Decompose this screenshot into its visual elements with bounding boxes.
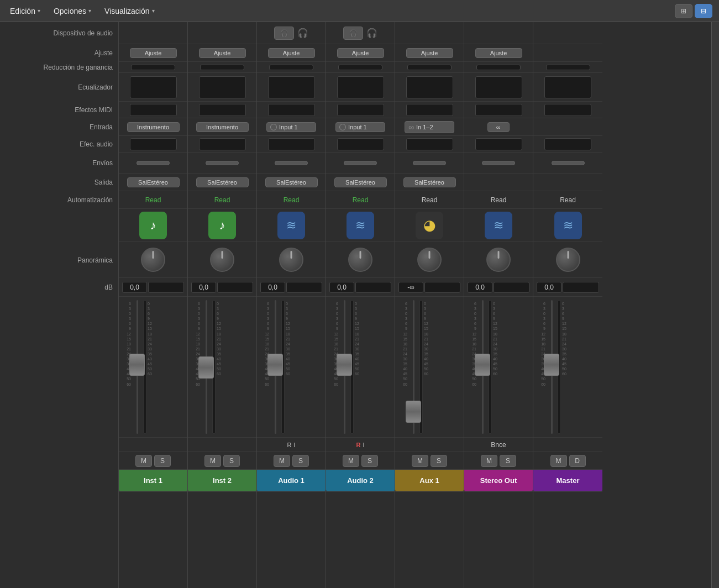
eq-box-audio1[interactable] <box>268 76 315 98</box>
entrada-button-inst1[interactable]: Instrumento <box>127 122 180 132</box>
ajuste-button-audio2[interactable]: Ajuste <box>337 48 384 58</box>
envios-slider-audio2[interactable] <box>344 161 377 165</box>
efec-audio-box-inst2[interactable] <box>199 138 246 150</box>
fader-handle-inst1[interactable] <box>129 354 145 376</box>
entrada-button-audio1[interactable]: Input 1 <box>266 122 316 132</box>
btn-m-audio1[interactable]: M <box>274 455 290 467</box>
right-scrollbar[interactable] <box>711 22 719 588</box>
automation-button-audio1[interactable]: Read <box>284 196 300 204</box>
btn-m-inst1[interactable]: M <box>135 455 152 467</box>
channel-icon-inst2[interactable]: ♪ <box>208 212 236 239</box>
db-value-audio2[interactable]: 0,0 <box>329 282 354 293</box>
efectos-midi-box-master[interactable] <box>544 104 591 116</box>
salida-button-inst1[interactable]: SalEstéreo <box>127 177 180 187</box>
eq-box-inst2[interactable] <box>199 76 246 98</box>
entrada-button-inst2[interactable]: Instrumento <box>196 122 249 132</box>
eq-box-audio2[interactable] <box>337 76 384 98</box>
channel-name-aux1[interactable]: Aux 1 <box>395 470 464 491</box>
envios-slider-stereoout[interactable] <box>482 161 515 165</box>
btn-s-stereoout[interactable]: S <box>500 455 516 467</box>
db-value-stereoout[interactable]: 0,0 <box>468 282 492 293</box>
efectos-midi-box-aux1[interactable] <box>406 104 453 116</box>
channel-icon-inst1[interactable]: ♪ <box>139 212 167 239</box>
envios-slider-aux1[interactable] <box>413 161 446 165</box>
entrada-button-stereoout[interactable]: ∞ <box>487 122 510 132</box>
entrada-button-audio2[interactable]: Input 1 <box>335 122 385 132</box>
pan-knob-inst1[interactable] <box>141 248 165 272</box>
automation-button-audio2[interactable]: Read <box>353 196 369 204</box>
menu-opciones[interactable]: Opciones ▾ <box>48 4 97 18</box>
salida-button-audio2[interactable]: SalEstéreo <box>334 177 387 187</box>
efec-audio-box-inst1[interactable] <box>130 138 177 150</box>
pan-knob-stereoout[interactable] <box>486 248 511 272</box>
channel-icon-stereoout[interactable]: ≋ <box>485 212 512 239</box>
efectos-midi-box-stereoout[interactable] <box>475 104 522 116</box>
fader-handle-stereoout[interactable] <box>475 354 490 376</box>
pan-knob-audio2[interactable] <box>348 248 372 272</box>
channel-icon-audio2[interactable]: ≋ <box>347 212 374 239</box>
db-value-inst1[interactable]: 0,0 <box>122 282 147 293</box>
btn-m-master[interactable]: M <box>550 455 567 467</box>
automation-button-inst1[interactable]: Read <box>145 196 161 204</box>
split-view-button[interactable]: ⊟ <box>695 4 712 18</box>
fader-handle-inst2[interactable] <box>198 356 214 379</box>
automation-button-inst2[interactable]: Read <box>214 196 230 204</box>
channel-name-inst2[interactable]: Inst 2 <box>188 470 256 491</box>
ajuste-button-stereoout[interactable]: Ajuste <box>475 48 522 58</box>
db-value-master[interactable]: 0,0 <box>537 282 561 293</box>
menu-edicion[interactable]: Edición ▾ <box>4 4 46 18</box>
channel-icon-aux1[interactable]: ◕ <box>416 212 443 239</box>
channel-name-audio2[interactable]: Audio 2 <box>326 470 395 491</box>
efec-audio-box-master[interactable] <box>544 138 591 150</box>
grid-view-button[interactable]: ⊞ <box>675 4 692 18</box>
btn-d-master[interactable]: D <box>569 455 586 467</box>
fader-track-audio1[interactable] <box>270 300 280 434</box>
envios-slider-inst1[interactable] <box>137 161 170 165</box>
entrada-button-aux1[interactable]: ∞In 1–2 <box>405 121 454 133</box>
fader-track-inst1[interactable] <box>132 300 142 434</box>
automation-button-stereoout[interactable]: Read <box>491 196 507 204</box>
ajuste-button-aux1[interactable]: Ajuste <box>406 48 453 58</box>
pan-knob-aux1[interactable] <box>417 248 442 272</box>
fader-handle-aux1[interactable] <box>406 401 421 423</box>
automation-button-aux1[interactable]: Read <box>422 196 438 204</box>
envios-slider-inst2[interactable] <box>206 161 239 165</box>
ajuste-button-audio1[interactable]: Ajuste <box>268 48 315 58</box>
headphone-input-audio2[interactable]: 🎧 <box>343 27 363 40</box>
btn-m-audio2[interactable]: M <box>343 455 359 467</box>
efectos-midi-box-inst2[interactable] <box>199 104 246 116</box>
fader-track-master[interactable] <box>547 300 557 434</box>
btn-s-audio2[interactable]: S <box>361 455 378 467</box>
btn-m-aux1[interactable]: M <box>412 455 428 467</box>
eq-box-stereoout[interactable] <box>475 76 522 98</box>
btn-m-inst2[interactable]: M <box>204 455 221 467</box>
fader-handle-audio2[interactable] <box>337 354 352 376</box>
efec-audio-box-audio2[interactable] <box>337 138 384 150</box>
salida-button-inst2[interactable]: SalEstéreo <box>196 177 249 187</box>
channel-icon-audio1[interactable]: ≋ <box>277 212 305 239</box>
menu-visualizacion[interactable]: Visualización ▾ <box>99 4 160 18</box>
pan-knob-inst2[interactable] <box>210 248 234 272</box>
channel-icon-master[interactable]: ≋ <box>554 212 582 239</box>
envios-slider-master[interactable] <box>552 161 585 165</box>
pan-knob-master[interactable] <box>556 248 580 272</box>
btn-s-inst1[interactable]: S <box>154 455 171 467</box>
btn-m-stereoout[interactable]: M <box>481 455 497 467</box>
fader-track-aux1[interactable] <box>408 300 418 434</box>
db-value-audio1[interactable]: 0,0 <box>260 282 285 293</box>
db-value-inst2[interactable]: 0,0 <box>191 282 216 293</box>
salida-button-aux1[interactable]: SalEstéreo <box>403 177 456 187</box>
headphone-input-audio1[interactable]: 🎧 <box>274 27 294 40</box>
eq-box-master[interactable] <box>544 76 591 98</box>
fader-track-inst2[interactable] <box>201 300 211 434</box>
pan-knob-audio1[interactable] <box>279 248 303 272</box>
fader-handle-master[interactable] <box>544 354 559 376</box>
channel-name-stereoout[interactable]: Stereo Out <box>464 470 533 491</box>
fader-track-audio2[interactable] <box>339 300 349 434</box>
efectos-midi-box-audio1[interactable] <box>268 104 315 116</box>
fader-handle-audio1[interactable] <box>267 354 283 376</box>
envios-slider-audio1[interactable] <box>275 161 308 165</box>
efectos-midi-box-inst1[interactable] <box>130 104 177 116</box>
channel-name-master[interactable]: Master <box>533 470 602 491</box>
efec-audio-box-audio1[interactable] <box>268 138 315 150</box>
